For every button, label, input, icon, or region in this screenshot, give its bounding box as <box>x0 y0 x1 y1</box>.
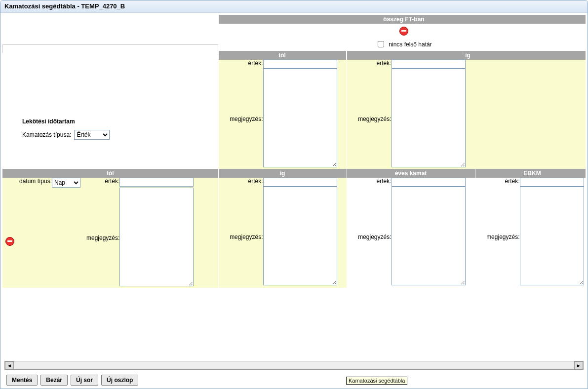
header-ebkm: EBKM <box>475 169 586 178</box>
row-ig-note-input[interactable] <box>263 187 337 285</box>
row-ig-value-input[interactable] <box>263 178 337 187</box>
row-ebkm-note-label: megjegyzés: <box>475 187 520 287</box>
top-ig-note-input[interactable] <box>392 69 466 167</box>
top-ig-value-input[interactable] <box>392 60 466 69</box>
header-amount-ft: összeg FT-ban <box>218 15 586 24</box>
save-button[interactable]: Mentés <box>6 375 38 386</box>
row-ek-note-label: megjegyzés: <box>347 187 392 287</box>
top-ig-note-label: megjegyzés: <box>347 69 392 169</box>
header-eves-kamat: éves kamat <box>347 169 475 178</box>
row-ebkm-note-input[interactable] <box>520 187 584 285</box>
top-tol-value-input[interactable] <box>263 60 337 69</box>
row-tol-value-label: érték: <box>86 178 119 188</box>
row-ebkm-value-label: érték: <box>475 178 520 187</box>
scroll-left-arrow[interactable]: ◄ <box>5 361 14 369</box>
tooltip: Kamatozási segédtábla <box>346 377 407 385</box>
delete-col-icon[interactable] <box>399 27 408 36</box>
row-ek-value-input[interactable] <box>392 178 466 187</box>
no-upper-limit-checkbox[interactable] <box>378 41 384 47</box>
header-ig: ig <box>218 169 347 178</box>
top-tol-note-label: megjegyzés: <box>219 69 263 169</box>
no-upper-limit-label: nincs felső határ <box>389 41 431 48</box>
top-tol-note-input[interactable] <box>263 69 337 167</box>
row-tol-note-input[interactable] <box>119 188 194 286</box>
row-ig-note-label: megjegyzés: <box>219 187 263 287</box>
new-col-button[interactable]: Új oszlop <box>101 375 138 386</box>
interest-type-select[interactable]: Érték <box>74 130 110 140</box>
row-tol-value-input[interactable] <box>119 178 194 187</box>
new-row-button[interactable]: Új sor <box>71 375 98 386</box>
window-title: Kamatozási segédtábla - TEMP_4270_B <box>0 0 588 13</box>
button-bar: Mentés Bezár Új sor Új oszlop <box>2 372 586 389</box>
delete-row-icon[interactable] <box>5 237 14 246</box>
header-ig-top: ig <box>347 51 586 60</box>
row-tol-note-label: megjegyzés: <box>86 188 119 288</box>
scroll-right-arrow[interactable]: ► <box>574 361 583 369</box>
header-tol: tól <box>2 169 218 178</box>
row-ek-note-input[interactable] <box>392 187 466 285</box>
section-title-duration: Lekötési időtartam <box>22 117 218 126</box>
no-upper-limit-group[interactable]: nincs felső határ <box>219 39 586 49</box>
interest-type-label: Kamatozás típusa: <box>22 131 71 138</box>
row-ek-value-label: érték: <box>347 178 392 187</box>
horizontal-scrollbar[interactable]: ◄ ► <box>4 361 584 370</box>
top-tol-value-label: érték: <box>219 60 263 69</box>
close-button[interactable]: Bezár <box>40 375 68 386</box>
date-type-label: dátum típus: <box>2 178 52 188</box>
row-ebkm-value-input[interactable] <box>520 178 584 187</box>
header-tol-top: tól <box>219 51 347 60</box>
date-type-select[interactable]: Nap <box>52 178 80 188</box>
row-ig-value-label: érték: <box>219 178 263 187</box>
top-ig-value-label: érték: <box>347 60 392 69</box>
